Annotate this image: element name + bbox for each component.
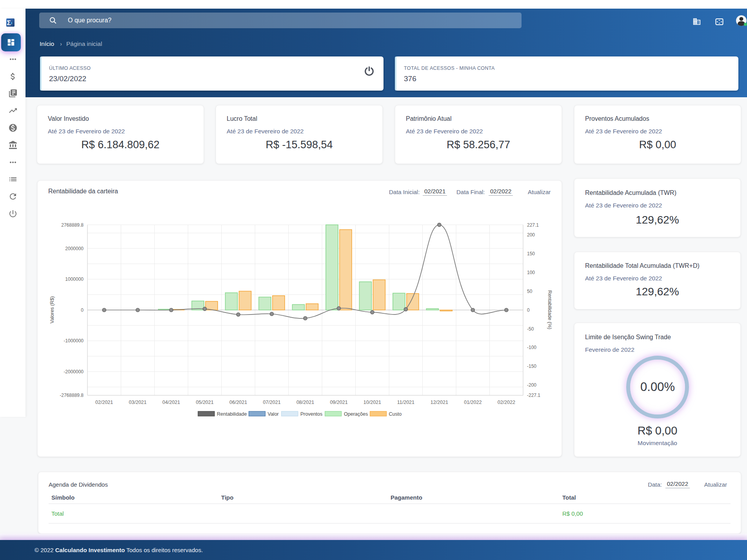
svg-text:03/2021: 03/2021	[129, 400, 147, 405]
svg-text:01/2022: 01/2022	[464, 400, 482, 405]
svg-text:Rentabilidade (%): Rentabilidade (%)	[547, 290, 553, 329]
svg-text:10/2021: 10/2021	[364, 400, 381, 405]
svg-text:›: ›	[11, 20, 13, 26]
svg-text:-100: -100	[527, 345, 536, 350]
svg-text:08/2021: 08/2021	[296, 400, 314, 405]
svg-text:50: 50	[527, 289, 533, 294]
svg-text:-227.1: -227.1	[527, 393, 540, 398]
svg-text:-50: -50	[527, 326, 534, 332]
svg-text:06/2021: 06/2021	[229, 400, 247, 405]
svg-text:04/2021: 04/2021	[162, 400, 180, 405]
svg-text:-200: -200	[527, 382, 536, 388]
svg-text:11/2021: 11/2021	[397, 400, 414, 405]
svg-text:100: 100	[527, 270, 535, 275]
svg-text:-150: -150	[527, 364, 536, 369]
svg-text:0: 0	[81, 307, 84, 313]
svg-text:12/2021: 12/2021	[431, 400, 448, 405]
svg-text:0: 0	[527, 307, 530, 313]
svg-text:-2000000: -2000000	[64, 369, 84, 375]
svg-text:05/2021: 05/2021	[196, 400, 214, 405]
svg-text:Valores (R$): Valores (R$)	[49, 296, 55, 323]
svg-text:227.1: 227.1	[527, 222, 539, 228]
svg-text:Valor: Valor	[268, 411, 279, 417]
svg-text:-2768889.8: -2768889.8	[60, 393, 84, 398]
svg-text:2000000: 2000000	[65, 246, 84, 251]
svg-text:2768889.8: 2768889.8	[61, 222, 84, 228]
svg-text:Custo: Custo	[389, 411, 402, 417]
svg-text:Operações: Operações	[344, 411, 368, 417]
svg-text:-1000000: -1000000	[64, 338, 84, 344]
svg-text:200: 200	[527, 232, 535, 238]
svg-text:1000000: 1000000	[65, 276, 84, 282]
svg-text:09/2021: 09/2021	[330, 400, 347, 405]
svg-text:02/2021: 02/2021	[95, 400, 113, 405]
svg-text:150: 150	[527, 251, 535, 256]
svg-text:Proventos: Proventos	[300, 411, 322, 417]
svg-text:Rentabilidade: Rentabilidade	[217, 411, 247, 417]
svg-text:07/2021: 07/2021	[263, 400, 280, 405]
svg-text:02/2022: 02/2022	[498, 400, 515, 405]
